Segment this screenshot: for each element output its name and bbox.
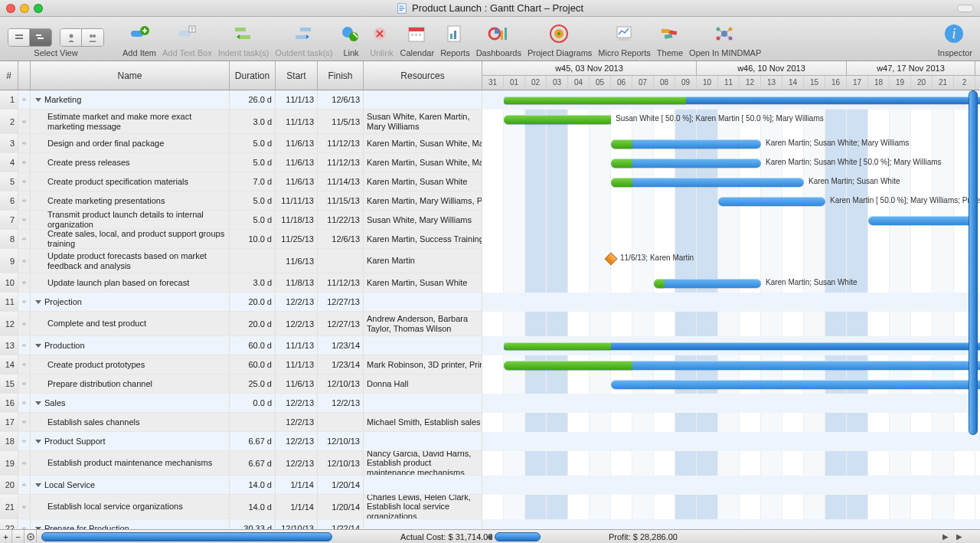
table-row[interactable]: 21Establish local service organizations1… — [0, 495, 482, 519]
column-flag[interactable] — [18, 61, 31, 90]
row-link-indicator[interactable] — [18, 230, 31, 248]
row-finish[interactable]: 1/20/14 — [318, 495, 364, 518]
row-link-indicator[interactable] — [18, 211, 31, 229]
row-number[interactable]: 17 — [0, 413, 18, 431]
row-name[interactable]: Update launch plan based on forecast — [31, 273, 230, 292]
row-duration[interactable]: 25.0 d — [230, 375, 276, 393]
outdent-button[interactable] — [292, 22, 316, 47]
row-link-indicator[interactable] — [18, 413, 31, 431]
day-header[interactable]: 21 — [933, 76, 954, 90]
day-header[interactable]: 20 — [911, 76, 933, 90]
scroll-left-button[interactable]: ◀ — [484, 532, 495, 542]
row-number[interactable]: 20 — [0, 476, 18, 494]
table-row[interactable]: 18Product Support6.67 d12/2/1312/10/13 — [0, 432, 482, 451]
reports-button[interactable] — [443, 22, 467, 47]
day-header[interactable]: 12 — [740, 76, 761, 90]
row-resources[interactable]: Karen Martin, Susan White, Mary Williams — [364, 153, 482, 172]
row-start[interactable]: 11/1/13 — [276, 355, 318, 374]
row-resources[interactable]: Susan White, Karen Martin, Mary Williams — [364, 110, 482, 133]
row-duration[interactable]: 3.0 d — [230, 273, 276, 292]
row-name[interactable]: Prepare distribution channel — [31, 375, 230, 393]
gantt-row[interactable] — [482, 432, 980, 451]
row-number[interactable]: 15 — [0, 375, 18, 393]
day-header[interactable]: 14 — [782, 76, 804, 90]
row-finish[interactable]: 11/14/13 — [318, 172, 364, 191]
row-name[interactable]: Sales — [31, 394, 230, 412]
row-number[interactable]: 5 — [0, 172, 18, 191]
gantt-row[interactable] — [482, 293, 980, 312]
remove-row-button[interactable]: − — [12, 530, 24, 543]
row-resources[interactable] — [364, 90, 482, 109]
table-row[interactable]: 20Local Service14.0 d1/1/141/20/14 — [0, 476, 482, 495]
day-header[interactable]: 05 — [590, 76, 611, 90]
row-start[interactable]: 11/6/13 — [276, 249, 318, 273]
row-name[interactable]: Production — [31, 336, 230, 355]
row-finish[interactable]: 11/12/13 — [318, 153, 364, 172]
row-start[interactable]: 11/11/13 — [276, 191, 318, 210]
row-link-indicator[interactable] — [18, 90, 31, 109]
table-row[interactable]: 5Create product specification materials7… — [0, 172, 482, 191]
open-mindmap-button[interactable] — [713, 22, 737, 47]
row-name[interactable]: Create product specification materials — [31, 172, 230, 191]
row-start[interactable]: 12/2/13 — [276, 451, 318, 475]
day-header[interactable]: 13 — [761, 76, 782, 90]
row-start[interactable]: 11/6/13 — [276, 134, 318, 152]
task-bar[interactable] — [654, 279, 761, 288]
row-number[interactable]: 8 — [0, 230, 18, 248]
collapse-toggle-icon[interactable] — [35, 440, 41, 443]
view-segmented-control[interactable] — [8, 28, 52, 47]
row-resources[interactable]: Karen Martin, Mary Williams, Projector — [364, 191, 482, 210]
gantt-row[interactable] — [482, 451, 980, 476]
row-duration[interactable]: 20.0 d — [230, 293, 276, 311]
task-bar[interactable] — [611, 380, 980, 389]
row-resources[interactable]: Mark Robinson, 3D printer, Printing mate… — [364, 355, 482, 374]
row-start[interactable]: 12/2/13 — [276, 413, 318, 431]
view-gantt-icon[interactable] — [30, 29, 51, 46]
row-name[interactable]: Update product forecasts based on market… — [31, 249, 230, 273]
gantt-row[interactable]: Karen Martin; Susan White; Mary Williams — [482, 134, 980, 153]
indent-button[interactable] — [231, 22, 256, 47]
row-link-indicator[interactable] — [18, 375, 31, 393]
row-duration[interactable]: 6.67 d — [230, 451, 276, 475]
gantt-row[interactable] — [482, 312, 980, 336]
row-resources[interactable] — [364, 432, 482, 450]
row-finish[interactable]: 11/12/13 — [318, 134, 364, 152]
row-name[interactable]: Establish sales channels — [31, 413, 230, 431]
row-finish[interactable]: 11/22/13 — [318, 211, 364, 229]
row-start[interactable]: 11/6/13 — [276, 172, 318, 191]
row-duration[interactable]: 60.0 d — [230, 336, 276, 355]
row-finish[interactable] — [318, 413, 364, 431]
row-duration[interactable]: 5.0 d — [230, 211, 276, 229]
row-name[interactable]: Create product prototypes — [31, 355, 230, 374]
gantt-chart[interactable]: Susan White [ 50.0 %]; Karen Martin [ 50… — [482, 90, 980, 529]
table-row[interactable]: 6Create marketing presentations5.0 d11/1… — [0, 191, 482, 211]
micro-reports-button[interactable] — [612, 22, 637, 47]
day-header[interactable]: 06 — [611, 76, 632, 90]
table-row[interactable]: 3Design and order final package5.0 d11/6… — [0, 134, 482, 153]
theme-button[interactable] — [658, 22, 682, 47]
gantt-row[interactable]: 11/6/13; Karen Martin — [482, 249, 980, 273]
project-diagrams-button[interactable] — [547, 22, 572, 47]
row-number[interactable]: 12 — [0, 312, 18, 335]
vertical-scrollbar[interactable] — [968, 90, 978, 528]
row-finish[interactable] — [318, 249, 364, 273]
row-resources[interactable]: Karen Martin, Susan White — [364, 273, 482, 292]
row-finish[interactable]: 12/6/13 — [318, 90, 364, 109]
row-finish[interactable]: 11/12/13 — [318, 273, 364, 292]
row-number[interactable]: 2 — [0, 110, 18, 133]
row-name[interactable]: Design and order final package — [31, 134, 230, 152]
vertical-scroll-thumb[interactable] — [969, 90, 978, 435]
row-link-indicator[interactable] — [18, 153, 31, 172]
row-number[interactable]: 9 — [0, 249, 18, 273]
row-name[interactable]: Product Support — [31, 432, 230, 450]
row-duration[interactable]: 0.0 d — [230, 394, 276, 412]
row-name[interactable]: Create press releases — [31, 153, 230, 172]
table-row[interactable]: 19Establish product maintenance mechanis… — [0, 451, 482, 476]
add-item-button[interactable] — [127, 22, 152, 47]
gantt-row[interactable] — [482, 413, 980, 432]
row-resources[interactable]: Susan White, Mary Williams — [364, 211, 482, 229]
collapse-toggle-icon[interactable] — [35, 300, 41, 304]
row-duration[interactable]: 6.67 d — [230, 432, 276, 450]
inspector-button[interactable]: i — [942, 22, 967, 47]
day-header[interactable]: 07 — [632, 76, 654, 90]
